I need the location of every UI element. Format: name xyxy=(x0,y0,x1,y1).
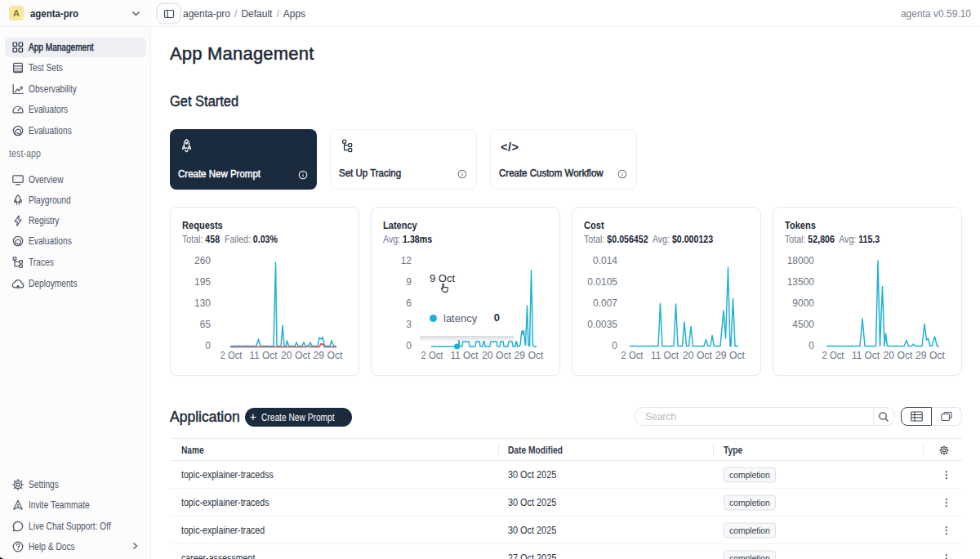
svg-text:195: 195 xyxy=(194,276,211,288)
svg-text:0.0035: 0.0035 xyxy=(587,319,617,330)
svg-text:9000: 9000 xyxy=(792,297,814,309)
svg-text:11 Oct: 11 Oct xyxy=(651,350,679,361)
svg-text:29 Oct: 29 Oct xyxy=(715,350,746,361)
svg-text:9: 9 xyxy=(406,276,412,288)
svg-text:20 Oct: 20 Oct xyxy=(482,350,512,361)
svg-text:20 Oct: 20 Oct xyxy=(884,350,914,361)
svg-text:29 Oct: 29 Oct xyxy=(915,350,946,361)
svg-text:20 Oct: 20 Oct xyxy=(281,350,311,361)
svg-text:3: 3 xyxy=(406,319,412,330)
svg-text:18000: 18000 xyxy=(787,255,815,266)
svg-text:29 Oct: 29 Oct xyxy=(514,350,545,361)
svg-text:2 Oct: 2 Oct xyxy=(621,350,644,361)
svg-text:65: 65 xyxy=(200,319,212,330)
svg-text:11 Oct: 11 Oct xyxy=(451,350,479,361)
svg-text:0: 0 xyxy=(406,340,412,351)
svg-text:0.0105: 0.0105 xyxy=(587,276,617,288)
svg-text:29 Oct: 29 Oct xyxy=(314,350,344,361)
svg-text:6: 6 xyxy=(406,297,412,309)
svg-text:11 Oct: 11 Oct xyxy=(250,350,278,361)
svg-text:0.007: 0.007 xyxy=(593,297,617,309)
svg-text:20 Oct: 20 Oct xyxy=(683,350,713,361)
svg-text:11 Oct: 11 Oct xyxy=(852,350,880,361)
svg-text:260: 260 xyxy=(194,255,211,266)
svg-text:130: 130 xyxy=(194,297,211,309)
svg-text:0: 0 xyxy=(612,340,617,351)
svg-text:2 Oct: 2 Oct xyxy=(421,350,444,361)
svg-text:0: 0 xyxy=(205,340,211,351)
svg-text:2 Oct: 2 Oct xyxy=(220,350,243,361)
svg-text:2 Oct: 2 Oct xyxy=(822,350,845,361)
svg-text:13500: 13500 xyxy=(787,276,815,288)
svg-text:12: 12 xyxy=(401,255,412,266)
svg-text:0: 0 xyxy=(808,340,814,351)
svg-text:0.014: 0.014 xyxy=(593,255,617,266)
svg-text:4500: 4500 xyxy=(792,319,814,330)
